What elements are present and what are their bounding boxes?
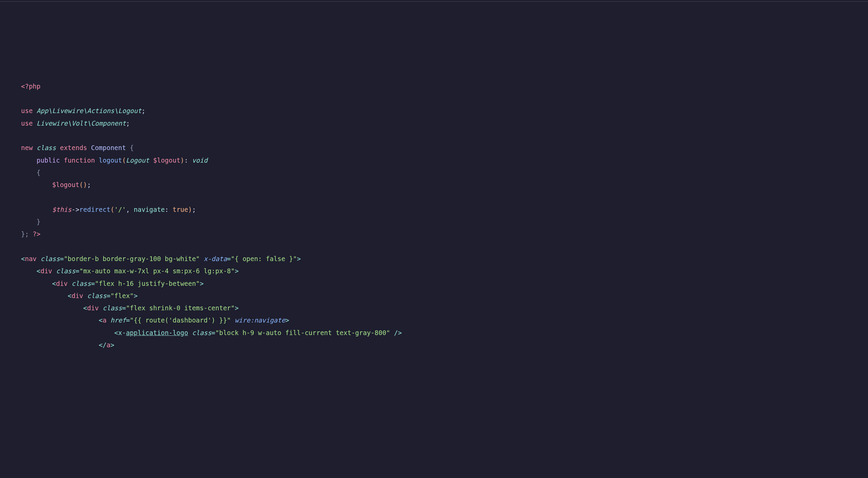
attr-value: "flex" [110,292,134,299]
editor-top-border [0,1,868,2]
code-line [21,191,868,203]
brace: } [37,218,40,225]
code-line: $this->redirect('/', navigate: true); [21,203,868,216]
html-tag: div [72,292,83,299]
variable: $logout [52,181,79,188]
code-line: <nav class="border-b border-gray-100 bg-… [21,253,868,265]
code-line: <a href="{{ route('dashboard') }}" wire:… [21,314,868,326]
paren: ) [83,181,87,188]
php-close-tag: ?> [33,230,40,238]
html-attr: href [110,316,126,324]
equals: = [60,255,64,262]
return-type: void [192,157,207,164]
equals: = [212,329,215,336]
variable: $logout [149,157,181,164]
keyword-extends: extends [60,144,87,151]
brace: { [126,144,134,151]
keyword-new: new [21,144,33,151]
colon: : [184,157,192,164]
angle-bracket: < [68,292,71,299]
attr-value: "{{ route('dashboard') }}" [130,316,231,324]
paren: ) [188,206,192,213]
type-hint: Logout [126,157,149,164]
semicolon: ; [142,107,145,114]
angle-bracket: > [235,267,238,275]
angle-bracket: < [114,329,118,336]
angle-bracket: > [235,304,238,312]
keyword-use: use [21,120,33,127]
angle-bracket: > [134,292,138,299]
function-name: logout [99,157,122,164]
html-attr: class [103,304,122,312]
code-line [21,92,868,105]
code-line: <div class="flex shrink-0 items-center"> [21,302,868,314]
code-line [21,129,868,142]
attr-value: "{ open: false }" [231,255,297,262]
paren: ( [122,157,126,164]
bool-true: true [173,206,188,213]
code-line: use Livewire\Volt\Component; [21,117,868,129]
variable-this: $this [52,206,72,213]
angle-bracket: < [37,267,40,275]
html-attr: x-data [204,255,227,262]
code-line: use App\Livewire\Actions\Logout; [21,105,868,117]
html-attr: class [72,280,91,287]
php-open-tag: <?php [21,82,40,90]
angle-bracket: > [110,341,114,349]
html-attr: class [192,329,211,336]
code-line: } [21,216,868,228]
semicolon: ; [192,206,196,213]
html-attr: wire:navigate [235,316,285,324]
html-attr: class [56,267,75,275]
attr-value: "border-b border-gray-100 bg-white" [64,255,200,262]
arrow: -> [72,206,79,213]
html-attr: class [40,255,60,262]
namespace: App\Livewire\Actions\Logout [37,107,142,114]
semicolon: ; [126,120,130,127]
code-line: }; ?> [21,228,868,240]
code-line [21,240,868,253]
html-tag: div [40,267,52,275]
code-line: <div class="flex"> [21,290,868,302]
keyword-use: use [21,107,33,114]
component-name: application-logo [126,329,188,336]
angle-bracket: > [297,255,301,262]
angle-bracket: < [99,316,103,324]
code-line: </a> [21,339,868,351]
equals: = [126,316,130,324]
angle-bracket: > [285,316,289,324]
string: '/' [114,206,126,213]
keyword-class: class [37,144,56,151]
paren: ( [110,206,114,213]
html-tag: div [87,304,98,312]
equals: = [91,280,95,287]
html-tag: nav [25,255,36,262]
angle-bracket: < [83,304,87,312]
code-line: new class extends Component { [21,142,868,154]
keyword-public: public [37,157,60,164]
self-close: /> [390,329,402,336]
colon: : [165,206,173,213]
attr-value: "mx-auto max-w-7xl px-4 sm:px-6 lg:px-8" [79,267,235,275]
class-component: Component [91,144,126,151]
keyword-function: function [64,157,95,164]
code-line: { [21,166,868,179]
paren: ) [180,157,184,164]
method-call: redirect [79,206,111,213]
html-tag: a [107,341,110,349]
code-line: <x-application-logo class="block h-9 w-a… [21,327,868,339]
equals: = [227,255,231,262]
equals: = [107,292,110,299]
comma: , [126,206,134,213]
semicolon: ; [87,181,91,188]
code-line: <div class="mx-auto max-w-7xl px-4 sm:px… [21,265,868,277]
code-editor-content[interactable]: <?php use App\Livewire\Actions\Logout;us… [21,80,868,351]
code-line: <?php [21,80,868,92]
html-attr: class [87,292,107,299]
attr-value: "flex shrink-0 items-center" [126,304,235,312]
angle-bracket: < [52,280,56,287]
brace: { [37,169,40,176]
equals: = [122,304,126,312]
angle-bracket: > [200,280,203,287]
angle-bracket: < [99,341,103,349]
